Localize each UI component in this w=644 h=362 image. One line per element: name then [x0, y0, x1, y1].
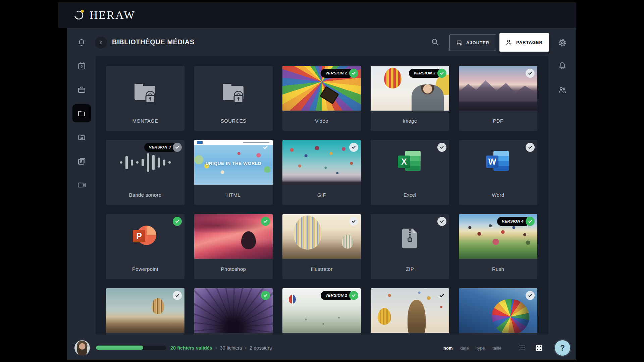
zip-icon-thumbnail: [371, 214, 449, 259]
media-card-woman-sky[interactable]: [371, 288, 449, 335]
media-card-html[interactable]: UNIQUE IN THE WORLD HTML: [194, 140, 273, 205]
validated-count: 20 fichiers validés: [170, 345, 212, 351]
media-card-gif[interactable]: GIF: [282, 140, 361, 205]
sidebar-item-contacts[interactable]: [77, 157, 86, 166]
media-card-excel[interactable]: X Excel: [371, 140, 449, 205]
svg-text:2: 2: [81, 65, 83, 69]
share-button[interactable]: PARTAGER: [499, 33, 549, 52]
sidebar-item-media-library-active[interactable]: [72, 104, 91, 122]
right-rail-bell-icon[interactable]: [558, 61, 567, 70]
media-card-image[interactable]: VERSION 3 Image: [371, 66, 449, 131]
powerpoint-icon-thumbnail: P: [106, 214, 184, 259]
validated-check-icon[interactable]: [349, 69, 358, 78]
card-label: SOURCES: [194, 111, 273, 131]
sidebar-item-projects[interactable]: [77, 85, 86, 94]
user-avatar[interactable]: [74, 340, 90, 356]
media-card-photoshop[interactable]: Photoshop: [194, 214, 273, 279]
card-label: Image: [371, 111, 449, 131]
sunset-balloon-thumbnail: [194, 214, 273, 259]
version-badge: VERSION 2: [321, 69, 353, 78]
media-card-desert-balloon[interactable]: [106, 288, 184, 335]
mountain-photo-thumbnail: [459, 66, 537, 111]
balloon-interior-thumbnail: [194, 288, 273, 333]
media-card-word[interactable]: W Word: [459, 140, 537, 205]
back-button[interactable]: [95, 37, 107, 49]
media-card-rainbow-balloon[interactable]: [459, 288, 537, 335]
list-view-icon[interactable]: [518, 344, 526, 352]
zip-file-icon: [401, 228, 419, 250]
validated-check-icon[interactable]: [349, 291, 358, 300]
media-grid-panel: MONTAGE SOURCES VERSION 2 Vidéo VERSION …: [96, 56, 548, 335]
brand-name: HERAW: [90, 9, 136, 21]
website-headline: UNIQUE IN THE WORLD: [194, 161, 273, 166]
sort-by-date[interactable]: date: [460, 346, 469, 351]
media-card-balloon-interior[interactable]: [194, 288, 273, 335]
sort-by-type[interactable]: type: [477, 346, 485, 351]
rainbow-balloon-thumbnail: [459, 288, 537, 333]
card-label: GIF: [282, 185, 361, 205]
library-stats: 20 fichiers validés • 30 fichiers • 2 do…: [170, 345, 272, 351]
folders-count: 2 dossiers: [250, 345, 272, 351]
validated-check-icon[interactable]: [261, 217, 270, 226]
top-brand-bar: [58, 2, 576, 28]
cappadocia-balloons-thumbnail: [282, 214, 361, 259]
sidebar-item-videos[interactable]: [77, 180, 86, 189]
check-icon[interactable]: [349, 143, 358, 152]
notifications-bell-icon[interactable]: [77, 38, 86, 47]
media-card-pdf[interactable]: PDF: [459, 66, 537, 131]
folder-card-sources[interactable]: SOURCES: [194, 66, 273, 131]
card-label: [106, 333, 184, 335]
add-button-label: AJOUTER: [466, 40, 489, 45]
person-plus-icon: [506, 39, 513, 46]
word-icon-thumbnail: W: [459, 140, 537, 185]
check-icon[interactable]: [437, 291, 446, 300]
sort-options: nom date type taille: [443, 346, 501, 351]
media-card-aerial-city[interactable]: VERSION 2: [282, 288, 361, 335]
version-badge: VERSION 4: [497, 217, 530, 226]
media-card-rush[interactable]: VERSION 4 Rush: [459, 214, 537, 279]
balloon-photo-thumbnail: VERSION 2: [282, 66, 361, 111]
check-icon[interactable]: [526, 143, 535, 152]
excel-icon: X: [399, 151, 421, 172]
grid-view-icon-active[interactable]: [535, 344, 543, 352]
validated-check-icon[interactable]: [526, 217, 535, 226]
right-rail-users-icon[interactable]: [558, 85, 567, 95]
locked-folder-icon: [219, 81, 248, 105]
check-icon[interactable]: [526, 69, 535, 78]
media-grid: MONTAGE SOURCES VERSION 2 Vidéo VERSION …: [96, 56, 548, 335]
card-label: ZIP: [371, 259, 449, 279]
add-button[interactable]: AJOUTER: [449, 35, 496, 51]
locked-folder-icon: [131, 81, 160, 105]
check-icon[interactable]: [526, 291, 535, 300]
media-card-video[interactable]: VERSION 2 Vidéo: [282, 66, 361, 131]
check-icon[interactable]: [437, 143, 446, 152]
check-icon[interactable]: [173, 291, 182, 300]
settings-gear-icon[interactable]: [558, 38, 567, 47]
card-label: Excel: [371, 185, 449, 205]
search-icon[interactable]: [431, 38, 439, 46]
validation-progress-fill: [96, 346, 143, 350]
validated-check-icon[interactable]: [173, 217, 182, 226]
files-count: 30 fichiers: [220, 345, 242, 351]
validated-check-icon[interactable]: [261, 291, 270, 300]
folder-card-montage[interactable]: MONTAGE: [106, 66, 184, 131]
media-card-powerpoint[interactable]: P Powerpoint: [106, 214, 184, 279]
check-icon[interactable]: [261, 143, 270, 152]
app-logo[interactable]: HERAW: [73, 8, 136, 22]
sort-by-size[interactable]: taille: [492, 346, 501, 351]
sidebar-item-calendar[interactable]: 2: [77, 61, 86, 70]
waveform-thumbnail: VERSION 3: [106, 140, 184, 185]
media-card-illustrator[interactable]: Illustrator: [282, 214, 361, 279]
check-icon[interactable]: [173, 143, 182, 152]
sort-by-name[interactable]: nom: [443, 346, 452, 351]
girl-balloons-photo-thumbnail: VERSION 3: [371, 66, 449, 111]
media-card-zip[interactable]: ZIP: [371, 214, 449, 279]
media-card-bande-sonore[interactable]: VERSION 3 Bande sonore: [106, 140, 184, 205]
help-button[interactable]: ?: [555, 340, 570, 356]
sidebar-item-shared-folder[interactable]: [77, 133, 86, 142]
check-icon[interactable]: [349, 217, 358, 226]
validated-check-icon[interactable]: [437, 69, 446, 78]
share-button-label: PARTAGER: [516, 40, 543, 45]
powerpoint-icon: P: [135, 225, 156, 246]
check-icon[interactable]: [437, 217, 446, 226]
